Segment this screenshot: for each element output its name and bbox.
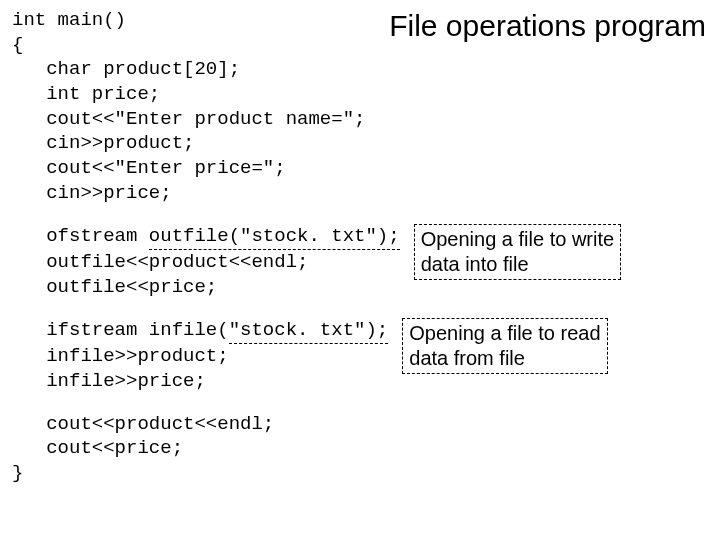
- row-write-section: ofstream outfile("stock. txt"); outfile<…: [12, 224, 708, 300]
- slide-title: File operations program: [389, 6, 706, 45]
- code-ofstream-rest: outfile<<product<<endl; outfile<<price;: [12, 251, 308, 298]
- code-ifstream-rest: infile>>product; infile>>price;: [12, 345, 229, 392]
- annotation-read: Opening a file to read data from file: [402, 318, 607, 374]
- code-block-output: cout<<product<<endl; cout<<price;: [12, 412, 708, 461]
- code-block-ifstream: ifstream infile("stock. txt"); infile>>p…: [12, 318, 388, 394]
- code-ofstream-pre: ofstream: [12, 225, 149, 247]
- code-ifstream-pre: ifstream infile(: [12, 319, 229, 341]
- row-read-section: ifstream infile("stock. txt"); infile>>p…: [12, 318, 708, 394]
- annotation-write: Opening a file to write data into file: [414, 224, 621, 280]
- code-block-declarations: char product[20]; int price; cout<<"Ente…: [12, 57, 708, 205]
- code-line-close-brace: }: [12, 461, 708, 486]
- code-block-ofstream: ofstream outfile("stock. txt"); outfile<…: [12, 224, 400, 300]
- code-ofstream-underlined: outfile("stock. txt");: [149, 224, 400, 251]
- code-ifstream-underlined: "stock. txt");: [229, 318, 389, 345]
